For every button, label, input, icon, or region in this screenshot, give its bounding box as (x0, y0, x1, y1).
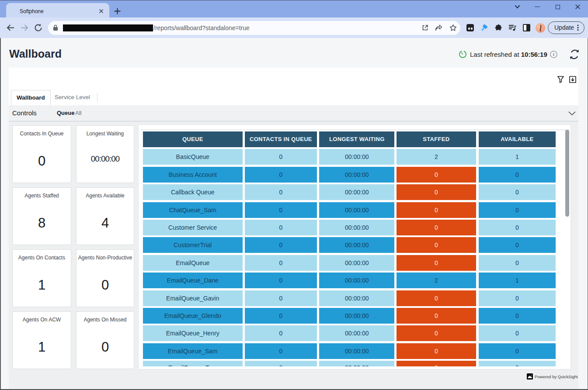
svg-text:i: i (553, 52, 554, 57)
